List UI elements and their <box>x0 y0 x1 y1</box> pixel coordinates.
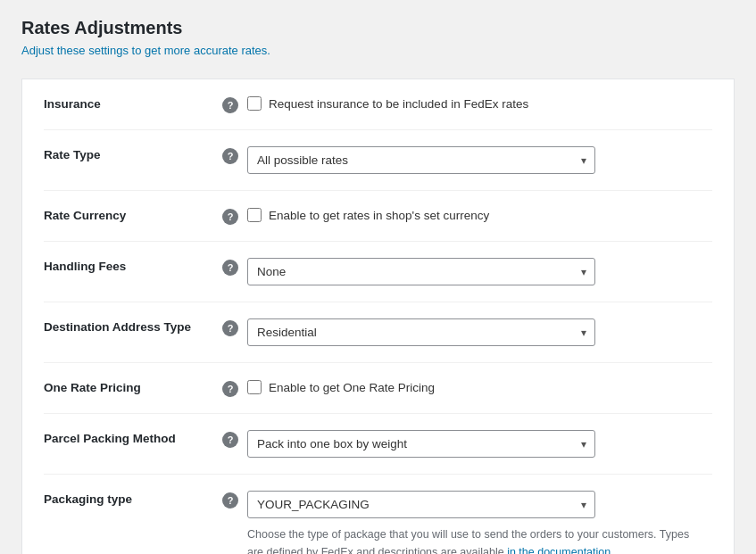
select-wrapper-parcel_packing: Pack into one box by weightPack items in… <box>247 430 595 458</box>
settings-row-one_rate_pricing: One Rate Pricing?Enable to get One Rate … <box>44 363 712 414</box>
checkbox-one_rate_pricing[interactable] <box>247 380 262 394</box>
select-wrapper-packaging_type: YOUR_PACKAGINGFEDEX_BOXFEDEX_PAKFEDEX_TU… <box>247 491 595 518</box>
question-mark-icon[interactable]: ? <box>222 148 238 164</box>
help-icon-one_rate_pricing[interactable]: ? <box>222 379 247 397</box>
control-parcel_packing: Pack into one box by weightPack items in… <box>247 430 712 458</box>
help-icon-packaging_type[interactable]: ? <box>222 491 247 509</box>
checkbox-text-insurance: Request insurance to be included in FedE… <box>269 97 528 111</box>
settings-row-parcel_packing: Parcel Packing Method?Pack into one box … <box>44 414 712 475</box>
settings-row-insurance: Insurance?Request insurance to be includ… <box>44 79 712 130</box>
label-parcel_packing: Parcel Packing Method <box>44 430 222 445</box>
label-insurance: Insurance <box>44 95 222 111</box>
settings-row-destination_address: Destination Address Type?ResidentialComm… <box>44 302 712 363</box>
settings-row-handling_fees: Handling Fees?NoneFlat feePercentage▾ <box>44 242 712 302</box>
control-handling_fees: NoneFlat feePercentage▾ <box>247 258 712 285</box>
settings-panel: Insurance?Request insurance to be includ… <box>21 79 735 554</box>
question-mark-icon[interactable]: ? <box>222 97 238 113</box>
select-parcel_packing[interactable]: Pack into one box by weightPack items in… <box>247 430 595 458</box>
control-rate_currency: Enable to get rates in shop's set curren… <box>247 207 712 222</box>
page-title: Rates Adjustments <box>21 18 735 38</box>
hint-packaging_type: Choose the type of package that you will… <box>247 525 694 554</box>
select-rate_type[interactable]: All possible ratesNegotiated ratesList r… <box>247 146 595 174</box>
select-packaging_type[interactable]: YOUR_PACKAGINGFEDEX_BOXFEDEX_PAKFEDEX_TU… <box>247 491 595 518</box>
label-destination_address: Destination Address Type <box>44 318 222 334</box>
question-mark-icon[interactable]: ? <box>222 209 238 225</box>
control-one_rate_pricing: Enable to get One Rate Pricing <box>247 379 712 394</box>
label-one_rate_pricing: One Rate Pricing <box>44 379 222 394</box>
checkbox-text-rate_currency: Enable to get rates in shop's set curren… <box>269 209 489 222</box>
checkbox-label-insurance[interactable]: Request insurance to be included in FedE… <box>247 95 712 111</box>
settings-row-rate_currency: Rate Currency?Enable to get rates in sho… <box>44 191 712 242</box>
question-mark-icon[interactable]: ? <box>222 381 238 397</box>
help-icon-destination_address[interactable]: ? <box>222 318 247 336</box>
control-insurance: Request insurance to be included in FedE… <box>247 95 712 111</box>
label-rate_currency: Rate Currency <box>44 207 222 222</box>
checkbox-text-one_rate_pricing: Enable to get One Rate Pricing <box>269 381 435 394</box>
checkbox-label-rate_currency[interactable]: Enable to get rates in shop's set curren… <box>247 207 712 222</box>
question-mark-icon[interactable]: ? <box>222 320 238 336</box>
select-wrapper-handling_fees: NoneFlat feePercentage▾ <box>247 258 595 285</box>
control-destination_address: ResidentialCommercial▾ <box>247 318 712 346</box>
help-icon-rate_currency[interactable]: ? <box>222 207 247 225</box>
help-icon-parcel_packing[interactable]: ? <box>222 430 247 448</box>
page-subtitle: Adjust these settings to get more accura… <box>21 44 735 57</box>
help-icon-rate_type[interactable]: ? <box>222 146 247 164</box>
question-mark-icon[interactable]: ? <box>222 260 238 276</box>
settings-row-packaging_type: Packaging type?YOUR_PACKAGINGFEDEX_BOXFE… <box>44 475 712 554</box>
help-icon-insurance[interactable]: ? <box>222 95 247 113</box>
select-handling_fees[interactable]: NoneFlat feePercentage <box>247 258 595 285</box>
question-mark-icon[interactable]: ? <box>222 432 238 448</box>
settings-row-rate_type: Rate Type?All possible ratesNegotiated r… <box>44 130 712 191</box>
question-mark-icon[interactable]: ? <box>222 492 238 509</box>
checkbox-insurance[interactable] <box>247 96 262 111</box>
label-packaging_type: Packaging type <box>44 491 222 506</box>
control-packaging_type: YOUR_PACKAGINGFEDEX_BOXFEDEX_PAKFEDEX_TU… <box>247 491 712 554</box>
checkbox-label-one_rate_pricing[interactable]: Enable to get One Rate Pricing <box>247 379 712 394</box>
select-destination_address[interactable]: ResidentialCommercial <box>247 318 595 346</box>
label-handling_fees: Handling Fees <box>44 258 222 273</box>
select-wrapper-destination_address: ResidentialCommercial▾ <box>247 318 595 346</box>
control-rate_type: All possible ratesNegotiated ratesList r… <box>247 146 712 174</box>
help-icon-handling_fees[interactable]: ? <box>222 258 247 276</box>
hint-link-packaging_type[interactable]: in the documentation <box>507 546 611 554</box>
checkbox-rate_currency[interactable] <box>247 208 262 222</box>
select-wrapper-rate_type: All possible ratesNegotiated ratesList r… <box>247 146 595 174</box>
label-rate_type: Rate Type <box>44 146 222 161</box>
